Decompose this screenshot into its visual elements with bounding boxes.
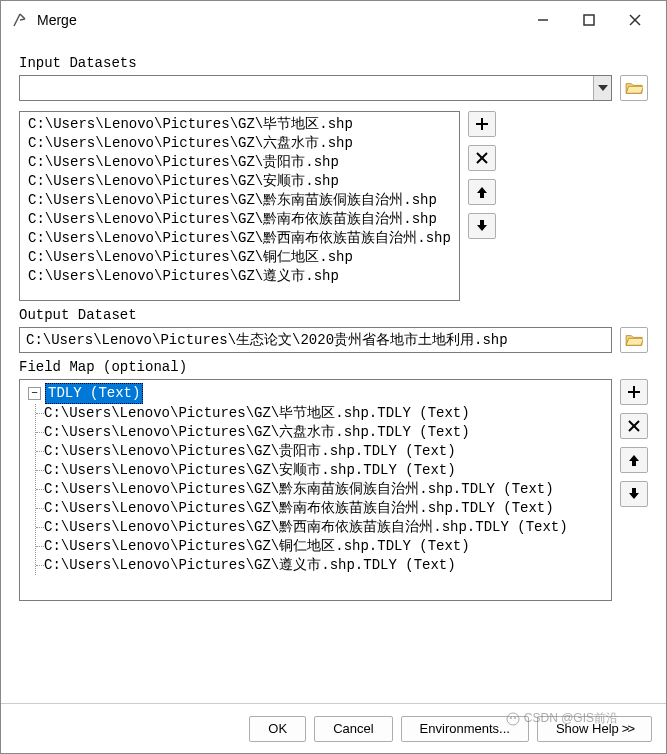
maximize-button[interactable] <box>566 4 612 36</box>
svg-marker-15 <box>629 455 639 466</box>
output-dataset-input[interactable] <box>19 327 612 353</box>
minimize-button[interactable] <box>520 4 566 36</box>
fieldmap-down-button[interactable] <box>620 481 648 507</box>
tree-child-node[interactable]: C:\Users\Lenovo\Pictures\GZ\毕节地区.shp.TDL… <box>36 404 603 423</box>
add-row-button[interactable] <box>468 111 496 137</box>
list-item[interactable]: C:\Users\Lenovo\Pictures\GZ\铜仁地区.shp <box>28 248 451 267</box>
tree-child-node[interactable]: C:\Users\Lenovo\Pictures\GZ\黔东南苗族侗族自治州.s… <box>36 480 603 499</box>
input-datasets-list[interactable]: C:\Users\Lenovo\Pictures\GZ\毕节地区.shpC:\U… <box>19 111 460 301</box>
close-button[interactable] <box>612 4 658 36</box>
input-datasets-label: Input Datasets <box>19 55 648 71</box>
list-item[interactable]: C:\Users\Lenovo\Pictures\GZ\遵义市.shp <box>28 267 451 286</box>
browse-output-button[interactable] <box>620 327 648 353</box>
svg-marker-16 <box>629 488 639 499</box>
field-map-tree[interactable]: − TDLY (Text) C:\Users\Lenovo\Pictures\G… <box>19 379 612 601</box>
browse-input-button[interactable] <box>620 75 648 101</box>
ok-button[interactable]: OK <box>249 716 306 742</box>
input-dataset-combobox[interactable] <box>19 75 612 101</box>
tree-root-label[interactable]: TDLY (Text) <box>45 383 143 404</box>
svg-marker-4 <box>598 85 608 91</box>
list-item[interactable]: C:\Users\Lenovo\Pictures\GZ\贵阳市.shp <box>28 153 451 172</box>
tree-child-node[interactable]: C:\Users\Lenovo\Pictures\GZ\铜仁地区.shp.TDL… <box>36 537 603 556</box>
content-area: Input Datasets C:\Users\Lenovo\Pictures\… <box>1 39 666 703</box>
show-help-label: Show Help <box>556 721 619 736</box>
svg-marker-10 <box>477 220 487 231</box>
app-icon <box>11 11 29 29</box>
list-item[interactable]: C:\Users\Lenovo\Pictures\GZ\六盘水市.shp <box>28 134 451 153</box>
window-title: Merge <box>37 12 520 28</box>
fieldmap-add-button[interactable] <box>620 379 648 405</box>
field-map-label: Field Map (optional) <box>19 359 648 375</box>
tree-child-node[interactable]: C:\Users\Lenovo\Pictures\GZ\贵阳市.shp.TDLY… <box>36 442 603 461</box>
fieldmap-up-button[interactable] <box>620 447 648 473</box>
tree-root-node[interactable]: − TDLY (Text) <box>28 383 603 404</box>
output-dataset-label: Output Dataset <box>19 307 648 323</box>
move-down-button[interactable] <box>468 213 496 239</box>
list-item[interactable]: C:\Users\Lenovo\Pictures\GZ\黔南布依族苗族自治州.s… <box>28 210 451 229</box>
input-dataset-input[interactable] <box>20 76 593 100</box>
tree-child-node[interactable]: C:\Users\Lenovo\Pictures\GZ\六盘水市.shp.TDL… <box>36 423 603 442</box>
svg-rect-1 <box>584 15 594 25</box>
list-item[interactable]: C:\Users\Lenovo\Pictures\GZ\毕节地区.shp <box>28 115 451 134</box>
tree-child-node[interactable]: C:\Users\Lenovo\Pictures\GZ\安顺市.shp.TDLY… <box>36 461 603 480</box>
move-up-button[interactable] <box>468 179 496 205</box>
environments-button[interactable]: Environments... <box>401 716 529 742</box>
fieldmap-remove-button[interactable] <box>620 413 648 439</box>
titlebar: Merge <box>1 1 666 39</box>
bottom-bar: OK Cancel Environments... Show Help >> <box>1 703 666 753</box>
list-item[interactable]: C:\Users\Lenovo\Pictures\GZ\安顺市.shp <box>28 172 451 191</box>
dropdown-icon[interactable] <box>593 76 611 100</box>
tree-child-node[interactable]: C:\Users\Lenovo\Pictures\GZ\黔西南布依族苗族自治州.… <box>36 518 603 537</box>
collapse-icon[interactable]: − <box>28 387 41 400</box>
svg-marker-9 <box>477 187 487 198</box>
tree-child-node[interactable]: C:\Users\Lenovo\Pictures\GZ\黔南布依族苗族自治州.s… <box>36 499 603 518</box>
chevron-right-icon: >> <box>622 721 633 736</box>
tree-child-node[interactable]: C:\Users\Lenovo\Pictures\GZ\遵义市.shp.TDLY… <box>36 556 603 575</box>
list-item[interactable]: C:\Users\Lenovo\Pictures\GZ\黔东南苗族侗族自治州.s… <box>28 191 451 210</box>
merge-window: Merge Input Datasets C:\Users\Lenovo\Pic… <box>0 0 667 754</box>
list-item[interactable]: C:\Users\Lenovo\Pictures\GZ\黔西南布依族苗族自治州.… <box>28 229 451 248</box>
cancel-button[interactable]: Cancel <box>314 716 392 742</box>
show-help-button[interactable]: Show Help >> <box>537 716 652 742</box>
remove-row-button[interactable] <box>468 145 496 171</box>
